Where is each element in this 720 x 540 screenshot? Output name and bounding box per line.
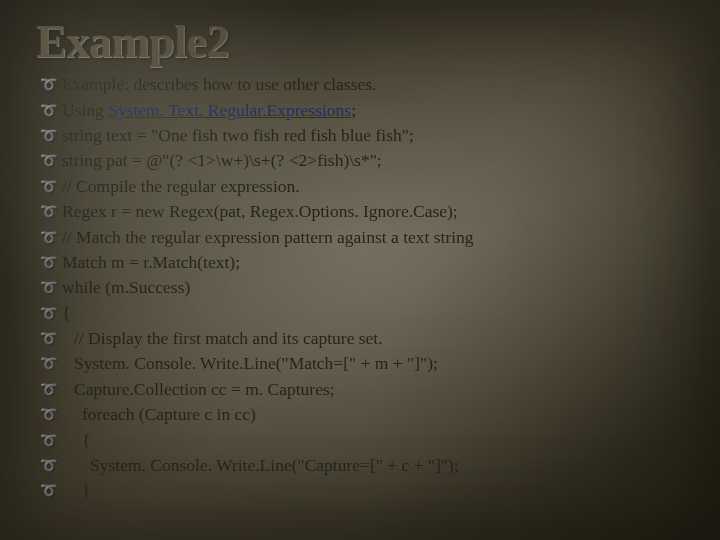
code-text: // Match the regular expression pattern … bbox=[62, 227, 474, 247]
page-title: Example2 bbox=[36, 18, 684, 66]
bullet-list: Example: describes how to use other clas… bbox=[36, 72, 684, 503]
code-text: Match m = r.Match(text); bbox=[62, 252, 240, 272]
code-text: while (m.Success) bbox=[62, 277, 190, 297]
slide: Example2 Example: describes how to use o… bbox=[0, 0, 720, 540]
code-text: Capture.Collection cc = m. Captures; bbox=[62, 377, 335, 402]
code-line: // Display the first match and its captu… bbox=[36, 326, 684, 351]
code-line: Capture.Collection cc = m. Captures; bbox=[36, 377, 684, 402]
code-text: System. Console. Write.Line("Match=[" + … bbox=[62, 351, 438, 376]
code-line: // Match the regular expression pattern … bbox=[36, 225, 684, 250]
code-text: foreach (Capture c in cc) bbox=[62, 402, 256, 427]
code-line: string text = "One fish two fish red fis… bbox=[36, 123, 684, 148]
code-line: Using System. Text. Regular.Expressions; bbox=[36, 98, 684, 123]
code-line: System. Console. Write.Line("Capture=[" … bbox=[36, 453, 684, 478]
code-text: string text = "One fish two fish red fis… bbox=[62, 125, 414, 145]
code-line: // Compile the regular expression. bbox=[36, 174, 684, 199]
code-line: { bbox=[36, 301, 684, 326]
code-line: { bbox=[36, 428, 684, 453]
code-line: foreach (Capture c in cc) bbox=[36, 402, 684, 427]
code-text: string pat = @"(? <1>\w+)\s+(? <2>fish)\… bbox=[62, 150, 382, 170]
code-text: // Compile the regular expression. bbox=[62, 176, 300, 196]
code-text: System. Console. Write.Line("Capture=[" … bbox=[62, 453, 459, 478]
regex-namespace-link[interactable]: System. Text. Regular.Expressions bbox=[108, 100, 351, 120]
code-line: Regex r = new Regex(pat, Regex.Options. … bbox=[36, 199, 684, 224]
code-text: Example: describes how to use other clas… bbox=[62, 74, 376, 94]
code-text: Using System. Text. Regular.Expressions; bbox=[62, 100, 356, 120]
code-text: { bbox=[62, 303, 70, 323]
code-line: } bbox=[36, 478, 684, 503]
code-line: Match m = r.Match(text); bbox=[36, 250, 684, 275]
code-line: Example: describes how to use other clas… bbox=[36, 72, 684, 97]
code-text: // Display the first match and its captu… bbox=[62, 326, 383, 351]
code-line: string pat = @"(? <1>\w+)\s+(? <2>fish)\… bbox=[36, 148, 684, 173]
code-line: System. Console. Write.Line("Match=[" + … bbox=[36, 351, 684, 376]
code-text: { bbox=[62, 428, 90, 453]
code-text: } bbox=[62, 478, 90, 503]
code-line: while (m.Success) bbox=[36, 275, 684, 300]
code-text: Regex r = new Regex(pat, Regex.Options. … bbox=[62, 201, 458, 221]
